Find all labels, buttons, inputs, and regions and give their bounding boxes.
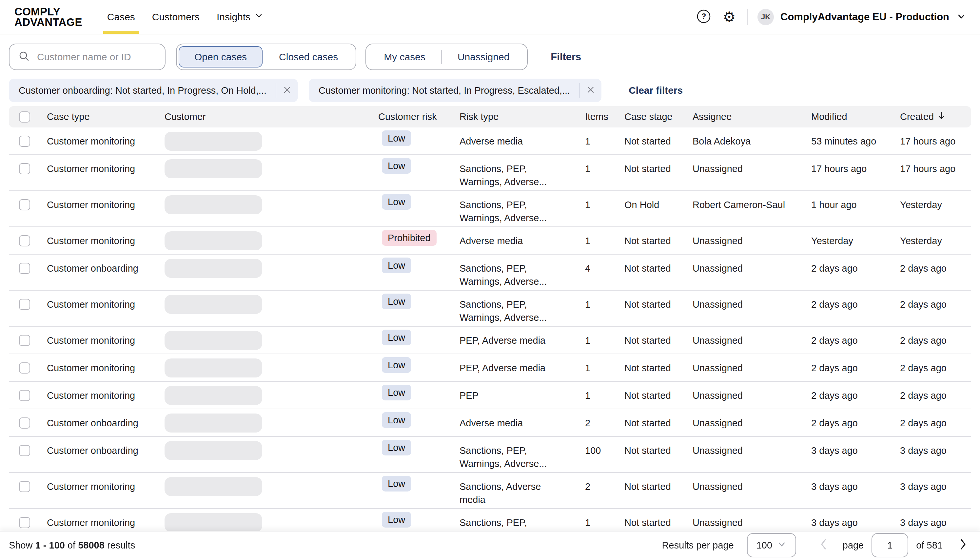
next-page-button[interactable] (956, 536, 970, 554)
customer-skeleton (164, 159, 262, 178)
column-header-label: Case stage (624, 111, 672, 122)
risk-type-line: Warnings, Adverse... (460, 311, 585, 324)
created-cell: 3 days ago (900, 509, 971, 531)
toggle-my-cases[interactable]: My cases (368, 46, 441, 68)
avatar: JK (757, 9, 774, 25)
assignee-cell: Unassigned (692, 473, 811, 508)
search-input[interactable] (36, 51, 162, 63)
row-checkbox[interactable] (19, 335, 30, 346)
assignee-cell: Unassigned (692, 291, 811, 326)
table-row[interactable]: Customer onboardingLowSanctions, PEP,War… (9, 437, 971, 473)
modified-cell: 2 days ago (811, 409, 900, 436)
risk-type-cell: PEP, Adverse media (460, 327, 585, 354)
created-cell: 17 hours ago (900, 127, 971, 154)
column-header-items[interactable]: Items (585, 111, 624, 122)
risk-badge: Low (382, 258, 411, 273)
table-row[interactable]: Customer monitoringLowSanctions, PEP,War… (9, 191, 971, 227)
settings-button[interactable]: ⚙ (722, 9, 737, 25)
customer-risk-cell: Low (378, 127, 460, 154)
row-checkbox[interactable] (19, 299, 30, 310)
customer-cell (164, 473, 378, 508)
filters-button[interactable]: Filters (551, 51, 581, 63)
column-header-assignee[interactable]: Assignee (692, 111, 811, 122)
filter-chip: Customer onboarding: Not started, In Pro… (9, 79, 298, 102)
case-stage-cell: Not started (624, 327, 692, 354)
summary-show: Show (9, 540, 33, 551)
row-checkbox[interactable] (19, 481, 30, 492)
nav-item-cases[interactable]: Cases (99, 0, 144, 34)
column-header-created[interactable]: Created (900, 111, 971, 123)
row-checkbox[interactable] (19, 136, 30, 147)
results-summary: Show 1 - 100 of 58008 results (9, 540, 135, 551)
customer-skeleton (164, 441, 262, 460)
table-row[interactable]: Customer monitoringLowSanctions, Adverse… (9, 473, 971, 509)
row-checkbox[interactable] (19, 199, 30, 210)
risk-type-cell: Adverse media (460, 227, 585, 254)
items-cell: 1 (585, 291, 624, 326)
row-checkbox[interactable] (19, 163, 30, 174)
toggle-closed-cases[interactable]: Closed cases (263, 46, 354, 68)
table-row[interactable]: Customer monitoringLowPEP, Adverse media… (9, 354, 971, 382)
risk-type-line: Sanctions, PEP, (460, 198, 585, 211)
results-per-page-select[interactable]: 100 (747, 533, 796, 557)
row-checkbox[interactable] (19, 235, 30, 246)
table-row[interactable]: Customer onboardingLowSanctions, PEP,War… (9, 255, 971, 291)
table-row[interactable]: Customer onboardingLowAdverse media2Not … (9, 409, 971, 437)
account-selector[interactable]: JK ComplyAdvantage EU - Production (757, 9, 967, 25)
table-row[interactable]: Customer monitoringProhibitedAdverse med… (9, 227, 971, 255)
risk-type-line: PEP, Adverse media (460, 334, 585, 347)
column-header-case-stage[interactable]: Case stage (624, 111, 692, 122)
select-all-checkbox[interactable] (19, 111, 30, 122)
search-box (9, 44, 166, 70)
customer-skeleton (164, 513, 262, 531)
remove-filter-button[interactable] (580, 79, 601, 102)
items-cell: 4 (585, 255, 624, 290)
clear-filters-button[interactable]: Clear filters (629, 85, 683, 96)
column-header-label: Case type (47, 111, 90, 122)
filter-chip-label: Customer monitoring: Not started, In Pro… (319, 85, 570, 96)
remove-filter-button[interactable] (276, 79, 298, 102)
table-row[interactable]: Customer monitoringLowPEP1Not startedUna… (9, 382, 971, 409)
column-header-case-type[interactable]: Case type (47, 111, 164, 122)
table-row[interactable]: Customer monitoringLowAdverse media1Not … (9, 127, 971, 155)
risk-type-line: PEP, Adverse media (460, 361, 585, 375)
case-type-cell: Customer monitoring (47, 127, 164, 154)
chevron-left-icon (818, 537, 829, 554)
row-checkbox[interactable] (19, 417, 30, 428)
table-row[interactable]: Customer monitoringLowSanctions, PEP,War… (9, 155, 971, 191)
page-number-input[interactable] (871, 533, 908, 557)
modified-cell: 3 days ago (811, 437, 900, 472)
row-checkbox-cell (9, 509, 47, 531)
table-row[interactable]: Customer monitoringLowSanctions, PEP,War… (9, 509, 971, 531)
risk-type-line: Sanctions, Adverse (460, 480, 585, 493)
created-cell: 2 days ago (900, 255, 971, 290)
column-header-customer[interactable]: Customer (164, 111, 378, 122)
customer-risk-cell: Low (378, 291, 460, 326)
table-row[interactable]: Customer monitoringLowPEP, Adverse media… (9, 327, 971, 354)
nav-item-customers[interactable]: Customers (144, 0, 208, 34)
table-row[interactable]: Customer monitoringLowSanctions, PEP,War… (9, 291, 971, 327)
case-type-cell: Customer monitoring (47, 191, 164, 227)
risk-type-line: Warnings, Adverse... (460, 175, 585, 189)
customer-cell (164, 255, 378, 290)
row-checkbox[interactable] (19, 263, 30, 274)
row-checkbox-cell (9, 227, 47, 254)
column-header-modified[interactable]: Modified (811, 111, 900, 122)
row-checkbox[interactable] (19, 445, 30, 456)
row-checkbox[interactable] (19, 517, 30, 528)
customer-skeleton (164, 477, 262, 496)
customer-risk-cell: Prohibited (378, 227, 460, 254)
row-checkbox[interactable] (19, 362, 30, 374)
row-checkbox[interactable] (19, 390, 30, 401)
items-cell: 1 (585, 155, 624, 190)
toggle-open-cases[interactable]: Open cases (179, 46, 263, 68)
help-button[interactable]: ? (696, 9, 712, 25)
case-type-cell: Customer monitoring (47, 327, 164, 354)
customer-cell (164, 409, 378, 436)
nav-item-insights[interactable]: Insights (208, 0, 272, 34)
toggle-unassigned[interactable]: Unassigned (442, 46, 525, 68)
column-header-customer-risk[interactable]: Customer risk (378, 111, 460, 122)
items-cell: 1 (585, 191, 624, 227)
previous-page-button[interactable] (816, 536, 831, 554)
column-header-risk-type[interactable]: Risk type (460, 111, 585, 122)
